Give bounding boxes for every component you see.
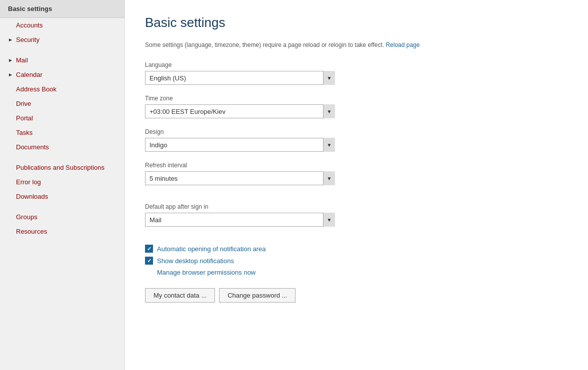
sidebar-item-label: Publications and Subscriptions: [16, 164, 104, 171]
sidebar-item-accounts[interactable]: Accounts: [0, 18, 124, 32]
sidebar-item-portal[interactable]: Portal: [0, 111, 124, 125]
language-group: Language English (US) ▼: [145, 61, 568, 85]
sidebar-item-label: Address Book: [16, 85, 56, 93]
notification-area-checkbox-group: Automatic opening of notification area: [145, 245, 568, 253]
sidebar-item-label: Documents: [16, 143, 49, 151]
timezone-select[interactable]: +03:00 EEST Europe/Kiev: [145, 104, 335, 118]
design-label: Design: [145, 128, 568, 135]
sidebar-divider-1: [0, 47, 124, 53]
sidebar-item-drive[interactable]: Drive: [0, 96, 124, 111]
sidebar-item-label: Error log: [16, 178, 41, 186]
design-select-wrapper: Indigo ▼: [145, 138, 335, 152]
no-arrow-icon: [8, 130, 13, 135]
timezone-select-wrapper: +03:00 EEST Europe/Kiev ▼: [145, 104, 335, 118]
sidebar-item-documents[interactable]: Documents: [0, 140, 124, 154]
timezone-group: Time zone +03:00 EEST Europe/Kiev ▼: [145, 95, 568, 118]
sidebar-item-label: Drive: [16, 100, 31, 107]
arrow-icon: ►: [8, 37, 13, 42]
default-app-group: Default app after sign in Mail ▼: [145, 203, 568, 227]
sidebar-item-calendar[interactable]: ► Calendar: [0, 67, 124, 82]
sidebar-item-groups[interactable]: Groups: [0, 210, 124, 224]
sidebar-item-error-log[interactable]: Error log: [0, 175, 124, 189]
no-arrow-icon: [8, 214, 13, 220]
language-select-wrapper: English (US) ▼: [145, 71, 335, 85]
sidebar-item-label: Accounts: [16, 21, 42, 29]
default-app-label: Default app after sign in: [145, 203, 568, 210]
change-password-button[interactable]: Change password ...: [219, 288, 296, 303]
no-arrow-icon: [8, 229, 13, 234]
sidebar-item-label: Resources: [16, 228, 47, 235]
sidebar-item-publications[interactable]: Publications and Subscriptions: [0, 160, 124, 175]
arrow-icon: ►: [8, 72, 13, 77]
notification-area-checkbox[interactable]: [145, 245, 153, 253]
no-arrow-icon: [8, 179, 13, 185]
no-arrow-icon: [8, 115, 13, 121]
no-arrow-icon: [8, 165, 13, 170]
main-content: Basic settings Some settings (language, …: [125, 0, 588, 370]
language-select[interactable]: English (US): [145, 71, 335, 85]
reload-page-link[interactable]: Reload page: [386, 41, 420, 48]
design-group: Design Indigo ▼: [145, 128, 568, 152]
sidebar-item-label: Groups: [16, 213, 38, 221]
desktop-notifications-checkbox[interactable]: [145, 257, 153, 265]
contact-data-button[interactable]: My contact data ...: [145, 288, 215, 303]
default-app-select[interactable]: Mail: [145, 213, 335, 227]
sidebar-item-tasks[interactable]: Tasks: [0, 125, 124, 140]
timezone-label: Time zone: [145, 95, 568, 102]
refresh-interval-select-wrapper: 5 minutes ▼: [145, 171, 335, 185]
info-text: Some settings (language, timezone, theme…: [145, 40, 568, 49]
desktop-notifications-checkbox-group: Show desktop notifications: [145, 257, 568, 265]
no-arrow-icon: [8, 101, 13, 106]
sidebar-item-downloads[interactable]: Downloads: [0, 189, 124, 204]
desktop-notifications-label: Show desktop notifications: [157, 257, 234, 265]
design-select[interactable]: Indigo: [145, 138, 335, 152]
sidebar-item-label: Security: [16, 36, 40, 43]
section-divider-2: [145, 237, 568, 245]
sidebar-header: Basic settings: [0, 0, 124, 18]
no-arrow-icon: [8, 144, 13, 150]
sidebar-divider-2: [0, 154, 124, 160]
page-title: Basic settings: [145, 15, 568, 30]
no-arrow-icon: [8, 194, 13, 199]
notification-area-label: Automatic opening of notification area: [157, 245, 266, 253]
arrow-icon: ►: [8, 57, 13, 63]
sidebar-item-label: Tasks: [16, 129, 32, 136]
sidebar-item-label: Downloads: [16, 193, 48, 200]
refresh-interval-group: Refresh interval 5 minutes ▼: [145, 162, 568, 185]
sidebar-item-security[interactable]: ► Security: [0, 32, 124, 47]
manage-browser-permissions-link[interactable]: Manage browser permissions now: [157, 269, 568, 276]
refresh-interval-select[interactable]: 5 minutes: [145, 171, 335, 185]
language-label: Language: [145, 61, 568, 68]
section-divider: [145, 195, 568, 203]
sidebar-item-label: Portal: [16, 114, 33, 122]
no-arrow-icon: [8, 86, 13, 92]
sidebar-item-address-book[interactable]: Address Book: [0, 82, 124, 96]
sidebar-item-resources[interactable]: Resources: [0, 224, 124, 239]
sidebar-item-mail[interactable]: ► Mail: [0, 53, 124, 67]
refresh-interval-label: Refresh interval: [145, 162, 568, 169]
sidebar-divider-3: [0, 204, 124, 210]
default-app-select-wrapper: Mail ▼: [145, 213, 335, 227]
button-row: My contact data ... Change password ...: [145, 288, 568, 303]
no-arrow-icon: [8, 22, 13, 28]
sidebar: Basic settings Accounts ► Security ► Mai…: [0, 0, 125, 370]
sidebar-item-label: Calendar: [16, 71, 42, 78]
sidebar-item-label: Mail: [16, 56, 28, 64]
